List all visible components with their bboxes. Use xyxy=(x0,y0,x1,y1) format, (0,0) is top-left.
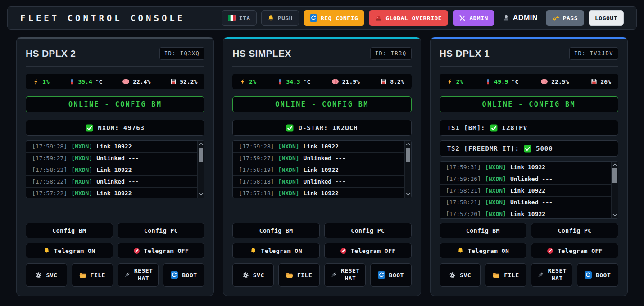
push-label: PUSH xyxy=(278,15,293,22)
log-scrollbar[interactable] xyxy=(404,141,411,198)
boot-label: BOOT xyxy=(389,272,404,279)
log-row: [17:57:18][NXDN]Link 10922 xyxy=(233,188,404,198)
device-card: HS DPLX 2 ID: IQ3XQ 1% 35.4°C 22.4% 52.2… xyxy=(16,37,214,296)
log-message: Link 10922 xyxy=(510,164,545,171)
scrollbar-thumb[interactable] xyxy=(406,148,410,162)
scroll-down-icon[interactable] xyxy=(612,213,617,217)
check-icon xyxy=(524,145,531,153)
telegram-off-button[interactable]: Telegram OFF xyxy=(531,243,618,258)
bell-icon xyxy=(250,248,257,254)
disk-stat: 52.2% xyxy=(170,78,197,85)
power-stat: 1% xyxy=(33,78,50,85)
cycle-icon xyxy=(585,271,592,279)
tools-icon xyxy=(459,15,466,22)
scroll-down-icon[interactable] xyxy=(406,193,411,196)
reset-hat-button[interactable]: RESET HAT xyxy=(324,263,366,287)
log-row: [17:57:20][NXDN]Link 10922 xyxy=(440,208,611,219)
file-button[interactable]: FILE xyxy=(485,263,526,287)
connection-status-row: D-STAR: IK2UCH xyxy=(232,120,411,136)
logout-button[interactable]: LOGOUT xyxy=(589,10,624,26)
scroll-up-icon[interactable] xyxy=(612,163,617,166)
device-card: HS DPLX 1 ID: IV3JDV 2% 49.9°C 22.5% 26%… xyxy=(430,37,628,296)
telegram-on-button[interactable]: Telegram ON xyxy=(232,243,320,258)
config-bm-button[interactable]: Config BM xyxy=(232,223,320,238)
disk-icon xyxy=(381,78,387,85)
req-config-button[interactable]: REQ CONFIG xyxy=(304,10,364,26)
reset-hat-label: RESET HAT xyxy=(548,267,567,283)
push-button[interactable]: PUSH xyxy=(261,10,299,26)
log-message: Unlinked --- xyxy=(96,155,139,162)
plug-icon xyxy=(123,272,130,279)
log-timestamp: [17:59:26] xyxy=(446,176,481,182)
user-icon xyxy=(503,14,510,22)
log-message: Link 10922 xyxy=(96,143,132,150)
config-pc-button[interactable]: Config PC xyxy=(118,223,205,238)
scroll-up-icon[interactable] xyxy=(406,142,411,146)
folder-icon xyxy=(286,272,293,278)
reset-hat-button[interactable]: RESET HAT xyxy=(531,263,572,287)
telegram-off-label: Telegram OFF xyxy=(351,248,396,254)
reset-hat-button[interactable]: RESET HAT xyxy=(118,263,159,287)
ban-icon xyxy=(547,248,553,254)
log-rows: [17:59:31][NXDN]Link 10922[17:59:26][NXD… xyxy=(440,162,618,219)
disk-stat: 26% xyxy=(591,78,611,85)
telegram-off-button[interactable]: Telegram OFF xyxy=(324,243,412,258)
log-protocol-tag: [NXDN] xyxy=(485,176,506,182)
log-protocol-tag: [NXDN] xyxy=(71,178,92,185)
global-override-button[interactable]: GLOBAL OVERRIDE xyxy=(369,10,448,26)
file-button[interactable]: FILE xyxy=(278,263,320,287)
siren-icon xyxy=(375,15,382,22)
telegram-on-button[interactable]: Telegram ON xyxy=(26,243,113,258)
divider xyxy=(232,66,411,67)
stats-bar: 1% 35.4°C 22.4% 52.2% xyxy=(26,74,204,89)
svc-button[interactable]: SVC xyxy=(440,263,481,287)
log-row: [17:59:28][NXDN]Link 10922 xyxy=(233,141,404,153)
boot-button[interactable]: BOOT xyxy=(163,263,204,287)
log-message: Link 10922 xyxy=(510,211,545,217)
cpu-stat: 21.9% xyxy=(331,78,360,85)
config-pc-button[interactable]: Config PC xyxy=(324,223,412,238)
svc-button[interactable]: SVC xyxy=(232,263,274,287)
language-label: ITA xyxy=(239,15,250,22)
svc-button[interactable]: SVC xyxy=(26,263,67,287)
scrollbar-thumb[interactable] xyxy=(612,168,617,183)
boot-button[interactable]: BOOT xyxy=(370,263,412,287)
log-protocol-tag: [NXDN] xyxy=(71,166,92,173)
scrollbar-thumb[interactable] xyxy=(199,148,203,162)
log-message: Unlinked --- xyxy=(304,155,346,162)
log-message: Unlinked --- xyxy=(510,199,553,206)
file-button[interactable]: FILE xyxy=(72,263,113,287)
svc-label: SVC xyxy=(460,272,471,279)
log-timestamp: [17:59:28] xyxy=(32,143,67,150)
cpu-stat: 22.5% xyxy=(540,78,569,85)
svc-label: SVC xyxy=(46,272,57,279)
thermometer-icon xyxy=(69,78,75,85)
language-button[interactable]: ITA xyxy=(222,10,257,26)
config-bm-button[interactable]: Config BM xyxy=(26,223,113,238)
pass-button[interactable]: PASS xyxy=(546,10,584,26)
stats-bar: 2% 49.9°C 22.5% 26% xyxy=(440,74,618,89)
admin-button[interactable]: ADMIN xyxy=(453,10,494,26)
temp-stat-unit: °C xyxy=(512,78,519,85)
log-timestamp: [17:58:22] xyxy=(32,178,67,185)
log-rows: [17:59:28][NXDN]Link 10922[17:59:27][NXD… xyxy=(26,141,204,198)
log-timestamp: [17:58:21] xyxy=(446,187,481,194)
log-scrollbar[interactable] xyxy=(611,162,618,218)
scroll-down-icon[interactable] xyxy=(199,193,204,196)
log-timestamp: [17:57:22] xyxy=(32,190,67,197)
gear-icon xyxy=(449,272,456,279)
log-panel: [17:59:28][NXDN]Link 10922[17:59:27][NXD… xyxy=(232,140,411,198)
config-bm-button[interactable]: Config BM xyxy=(440,223,527,238)
cpu-stat: 22.4% xyxy=(122,78,150,85)
telegram-on-button[interactable]: Telegram ON xyxy=(440,243,527,258)
log-message: Link 10922 xyxy=(304,166,339,173)
status-banner: ONLINE - CONFIG BM xyxy=(26,96,204,112)
telegram-off-button[interactable]: Telegram OFF xyxy=(118,243,205,258)
log-scrollbar[interactable] xyxy=(197,141,204,198)
temp-stat: 34.3°C xyxy=(277,78,310,85)
config-pc-button[interactable]: Config PC xyxy=(531,223,618,238)
boot-button[interactable]: BOOT xyxy=(577,263,618,287)
log-protocol-tag: [NXDN] xyxy=(278,155,299,162)
scroll-up-icon[interactable] xyxy=(199,142,204,146)
thermometer-icon xyxy=(277,78,283,85)
